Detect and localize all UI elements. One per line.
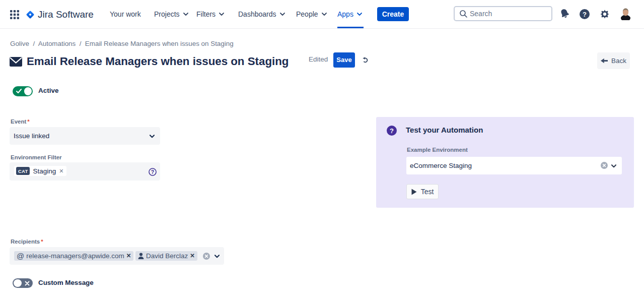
svg-text:?: ? [583, 11, 587, 18]
svg-text:?: ? [151, 169, 154, 175]
